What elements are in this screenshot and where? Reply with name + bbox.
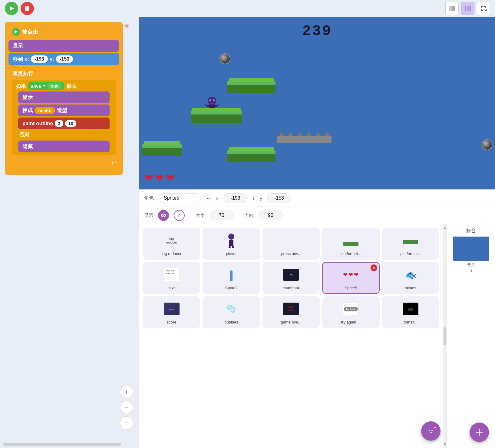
stop-button[interactable] (21, 2, 34, 15)
costume-library-button[interactable]: + (421, 421, 441, 441)
x-coord-input[interactable] (223, 193, 248, 203)
platform-bottom-center (227, 153, 276, 162)
sprite-card-bubbles[interactable]: 🫧 bubbles (203, 296, 260, 328)
size-label: 大小 (196, 213, 205, 218)
sprite-card-thumbnail[interactable]: 🎮 thumbnail (262, 262, 320, 294)
y-value[interactable]: -153 (56, 55, 73, 63)
y-coord-label: y (260, 196, 262, 201)
hide-block[interactable]: 隐藏 (18, 141, 110, 152)
costume-name[interactable]: health (35, 107, 55, 114)
sprite-card-platform-s[interactable]: platform s... (382, 228, 439, 260)
zoom-in-button[interactable]: ＋ (120, 385, 133, 398)
stage-bg-num: 3 (470, 269, 472, 273)
paint-val2[interactable]: 10 (65, 120, 76, 127)
delete-sprite5-button[interactable]: ✕ (371, 264, 377, 271)
condition-val: true (47, 83, 61, 89)
zoom-out-button[interactable]: － (120, 401, 133, 414)
layout-split-button[interactable] (445, 2, 459, 15)
thumbnail-label: thumbnail (282, 286, 299, 290)
sprite5-icon: ❤ ❤ ❤ (342, 266, 360, 284)
svg-text:+: + (434, 426, 436, 429)
scroll-down-icon[interactable]: ▼ (443, 442, 447, 447)
sprite-card-transit[interactable]: ▓▓ transit... (382, 296, 439, 328)
paint-val1[interactable]: 3 (55, 120, 63, 127)
try-again-icon: Try Again (342, 300, 360, 318)
svg-point-14 (228, 234, 234, 240)
sprite-card-text[interactable]: Good luckHave fun! text (143, 262, 200, 294)
svg-rect-2 (449, 6, 452, 11)
heart-1: ❤ (144, 172, 153, 184)
text-icon: Good luckHave fun! (163, 266, 181, 284)
layout-controls (445, 2, 490, 15)
loop-arrow-icon: ↩ (112, 159, 117, 166)
right-area: 239 (139, 17, 495, 448)
heart-3: ❤ (166, 172, 175, 184)
sprite-card-sprite2[interactable]: Sprite2 (203, 262, 260, 294)
then-label: 那么 (66, 83, 77, 90)
when-flag-clicked-block[interactable]: 被点击 (8, 25, 119, 38)
bubbles-label: bubbles (224, 320, 238, 324)
else-label: 否则 (16, 131, 112, 139)
sprite-card-try-again[interactable]: Try Again try again ... (322, 296, 379, 328)
green-flag-button[interactable] (5, 2, 18, 15)
playback-controls (5, 2, 34, 15)
show-button[interactable] (158, 210, 169, 221)
horizontal-scrollbar[interactable] (3, 443, 121, 446)
layout-code-button[interactable] (461, 2, 474, 15)
switch-costume-block[interactable]: 换成 health 造型 (18, 105, 110, 116)
sprite-card-lag-reducer[interactable]: lagreducer lag reducer (143, 228, 200, 260)
slimes-icon: 🐟 (401, 266, 420, 284)
direction-input[interactable] (259, 211, 283, 220)
size-input[interactable] (210, 211, 234, 220)
hat-label: 被点击 (22, 28, 38, 35)
sprite-card-score[interactable]: score score (143, 296, 200, 328)
sprite-panel: 角色 ↔ x ↕ y 显示 (139, 190, 495, 448)
orb-2 (482, 139, 493, 150)
sprite-card-sprite5[interactable]: ✕ ❤ ❤ ❤ Sprite5 (322, 262, 379, 294)
repeat-block[interactable]: 重复执行 如果 alive = true 那么 显示 (8, 66, 119, 171)
sprite-info-bar: 角色 ↔ x ↕ y (139, 190, 495, 207)
grid-scrollbar[interactable]: ▲ ▼ (443, 224, 447, 448)
switch-suffix: 造型 (57, 107, 67, 114)
svg-point-20 (432, 427, 434, 430)
svg-point-10 (209, 99, 211, 101)
move-to-block[interactable]: 移到 x: -193 y: -153 (8, 53, 119, 65)
zoom-fit-button[interactable]: ＝ (120, 416, 133, 430)
svg-rect-1 (25, 6, 29, 11)
platform-h-icon (342, 231, 360, 250)
condition-eq: = (43, 84, 45, 89)
spikes (277, 136, 332, 143)
sprite-card-slimes[interactable]: 🐟 slimes (382, 262, 439, 294)
heart-2: ❤ (155, 172, 164, 184)
svg-rect-16 (229, 246, 231, 248)
sprite-name-input[interactable] (159, 193, 201, 203)
svg-point-19 (428, 427, 430, 430)
if-block[interactable]: 如果 alive = true 那么 显示 换成 health (12, 80, 116, 155)
x-value[interactable]: -193 (31, 55, 48, 63)
platform-s-label: platform s... (400, 251, 421, 256)
sprite-card-game-over[interactable]: GAMEOVER game ove... (262, 296, 320, 328)
scroll-thumb[interactable] (444, 327, 446, 345)
show-block-1[interactable]: 显示 (8, 40, 119, 52)
sprite-card-platform-h[interactable]: platform h... (322, 228, 379, 260)
direction-label: 方向 (245, 213, 254, 218)
top-bar (0, 0, 495, 17)
show-block-2[interactable]: 显示 (18, 91, 110, 103)
svg-rect-3 (452, 6, 455, 11)
visibility-label: 显示 (144, 213, 153, 218)
sprite-card-player[interactable]: player (203, 228, 260, 260)
layout-fullscreen-button[interactable] (477, 2, 490, 15)
bubbles-icon: 🫧 (222, 300, 240, 318)
sprite-card-press-any[interactable]: — press any... (262, 228, 320, 260)
y-coord-input[interactable] (267, 193, 291, 203)
score-label: score (167, 320, 177, 324)
left-panel: ♥ ♥ ♥ 被点击 显示 移到 x: -193 y: -153 重复执行 (0, 17, 139, 448)
stage-thumbnail[interactable] (453, 237, 489, 261)
paint-outline-block[interactable]: paint outline 3 10 (18, 118, 110, 129)
add-sprite-button[interactable] (470, 423, 489, 442)
scroll-up-icon[interactable]: ▲ (443, 225, 447, 230)
player-icon (222, 231, 240, 250)
svg-marker-0 (10, 6, 14, 11)
hide-button[interactable] (174, 210, 185, 221)
block-stack: 被点击 显示 移到 x: -193 y: -153 重复执行 如果 (5, 22, 123, 175)
